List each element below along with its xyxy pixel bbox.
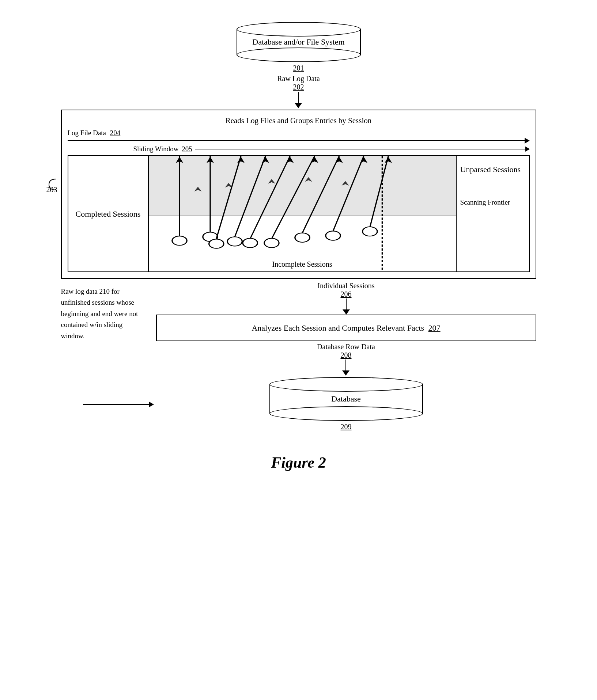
raw-log-data-210-text: Raw log data 210 for unfinished sessions… xyxy=(61,279,145,432)
analyzes-session-label: Analyzes Each Session and Computes Relev… xyxy=(252,322,440,334)
log-arrow-line xyxy=(68,140,525,141)
svg-line-21 xyxy=(333,156,364,231)
completed-sessions-box: Completed Sessions xyxy=(68,156,149,271)
individual-sessions-label: Individual Sessions 206 xyxy=(317,282,374,298)
svg-marker-19 xyxy=(335,157,343,163)
analyzes-session-box: Analyzes Each Session and Computes Relev… xyxy=(156,315,536,341)
incomplete-sessions-label: Incomplete Sessions xyxy=(272,260,332,269)
svg-line-24 xyxy=(370,156,388,227)
db-row-data-label: Database Row Data 208 xyxy=(317,343,375,359)
arrow-line xyxy=(298,92,299,103)
svg-marker-7 xyxy=(237,157,244,163)
cylinder-top-ellipse xyxy=(237,22,361,37)
cylinder-bottom-ellipse xyxy=(237,47,361,62)
svg-marker-27 xyxy=(194,187,201,191)
svg-point-11 xyxy=(227,237,242,246)
reads-log-files-label: Reads Log Files and Groups Entries by Se… xyxy=(68,116,530,125)
diagram-container: Database and/or File System 201 Raw Log … xyxy=(61,22,536,471)
log-arrow-head xyxy=(525,138,530,144)
db-file-system-number: 201 xyxy=(293,63,304,73)
arrow-to-raw-log: Raw Log Data 202 xyxy=(277,75,320,108)
session-lines-svg xyxy=(149,156,456,271)
scanning-frontier-label: Scanning Frontier xyxy=(460,197,510,208)
database-209-cylinder: Database 209 xyxy=(269,377,423,432)
log-file-data-label: Log File Data 204 xyxy=(68,129,121,137)
completed-sessions-label: Completed Sessions xyxy=(76,208,141,220)
db-file-system-label: Database and/or File System xyxy=(252,37,344,48)
svg-point-2 xyxy=(172,236,186,245)
svg-marker-10 xyxy=(262,157,269,163)
svg-point-26 xyxy=(362,227,377,236)
figure-caption: Figure 2 xyxy=(271,454,326,471)
svg-marker-13 xyxy=(286,157,294,163)
svg-marker-29 xyxy=(268,179,275,184)
bracket-203 xyxy=(47,177,58,192)
svg-marker-25 xyxy=(385,157,392,163)
svg-marker-22 xyxy=(360,157,367,163)
main-box-wrapper: 203 Reads Log Files and Groups Entries b… xyxy=(61,110,536,279)
inner-session-area: Completed Sessions xyxy=(68,155,530,272)
unparsed-sessions-label: Unparsed Sessions xyxy=(460,163,521,175)
log-file-data-row: Log File Data 204 xyxy=(68,129,530,144)
svg-marker-28 xyxy=(225,183,232,188)
log-file-arrow xyxy=(68,138,530,144)
database-label: Database xyxy=(331,393,361,405)
unparsed-sessions-box: Unparsed Sessions Scanning Frontier xyxy=(456,156,529,271)
svg-line-12 xyxy=(250,156,290,239)
svg-point-20 xyxy=(295,233,309,242)
svg-marker-30 xyxy=(305,177,312,182)
db-cylinder-top xyxy=(269,377,423,392)
arrow-head-208 xyxy=(342,370,349,376)
arrow-line-208 xyxy=(345,359,346,370)
database-row: Database 209 xyxy=(156,377,536,432)
database-number: 209 xyxy=(341,422,352,432)
svg-point-23 xyxy=(325,231,340,240)
svg-line-15 xyxy=(272,156,315,239)
arrow-head xyxy=(295,103,302,108)
arrow-line-206 xyxy=(346,298,347,309)
svg-line-9 xyxy=(235,156,265,237)
lower-wrapper: Raw log data 210 for unfinished sessions… xyxy=(61,279,536,432)
sliding-window-row: Sliding Window 205 xyxy=(133,145,530,153)
arrow-head-206 xyxy=(343,309,350,315)
svg-marker-31 xyxy=(341,181,349,186)
sliding-window-area: Incomplete Sessions xyxy=(149,156,456,271)
svg-point-8 xyxy=(209,239,223,248)
arrow-individual-sessions: Individual Sessions 206 xyxy=(317,282,374,315)
raw-log-data-label: Raw Log Data 202 xyxy=(277,75,320,91)
db-file-system-cylinder: Database and/or File System 201 xyxy=(237,22,361,73)
svg-point-17 xyxy=(264,238,279,247)
right-flow: Individual Sessions 206 Analyzes Each Se… xyxy=(145,279,536,432)
svg-line-18 xyxy=(302,156,339,233)
main-box: Reads Log Files and Groups Entries by Se… xyxy=(61,110,536,279)
svg-point-14 xyxy=(243,238,257,247)
arrow-db-row-data: Database Row Data 208 xyxy=(317,343,375,376)
db-cylinder-bottom xyxy=(269,406,423,421)
svg-line-6 xyxy=(216,156,241,239)
left-arrow-to-db xyxy=(83,402,154,407)
sliding-window-label: Sliding Window 205 xyxy=(133,145,192,153)
